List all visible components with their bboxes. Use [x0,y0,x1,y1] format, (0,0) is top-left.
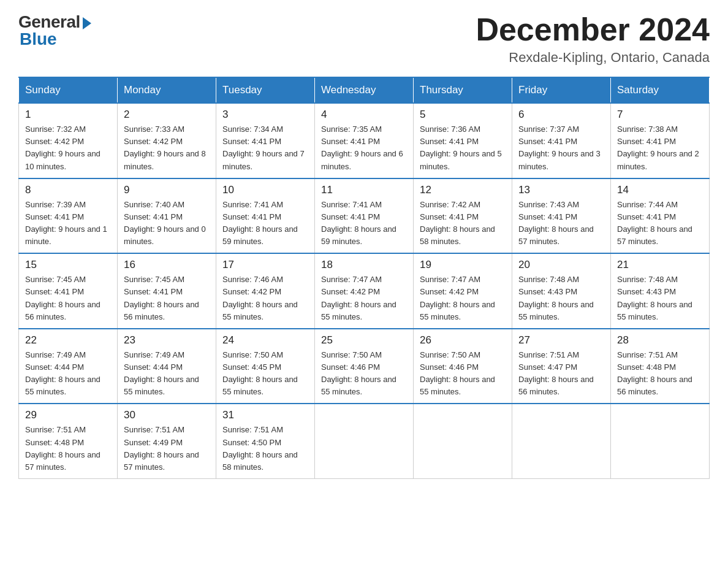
day-info: Sunrise: 7:47 AMSunset: 4:42 PMDaylight:… [321,275,396,321]
table-row: 8 Sunrise: 7:39 AMSunset: 4:41 PMDayligh… [19,178,118,254]
day-number: 28 [617,334,703,347]
day-info: Sunrise: 7:51 AMSunset: 4:49 PMDaylight:… [124,425,199,471]
day-info: Sunrise: 7:40 AMSunset: 4:41 PMDaylight:… [124,200,206,246]
table-row: 17 Sunrise: 7:46 AMSunset: 4:42 PMDaylig… [216,253,315,329]
header-tuesday: Tuesday [216,77,315,103]
table-row: 1 Sunrise: 7:32 AMSunset: 4:42 PMDayligh… [19,103,118,178]
day-number: 26 [420,334,506,347]
day-number: 17 [222,259,308,271]
calendar-header-row: Sunday Monday Tuesday Wednesday Thursday… [19,77,710,103]
title-section: December 2024 Rexdale-Kipling, Ontario, … [476,12,710,66]
day-info: Sunrise: 7:47 AMSunset: 4:42 PMDaylight:… [420,275,495,321]
day-info: Sunrise: 7:44 AMSunset: 4:41 PMDaylight:… [617,200,692,246]
table-row: 13 Sunrise: 7:43 AMSunset: 4:41 PMDaylig… [512,178,611,254]
day-info: Sunrise: 7:51 AMSunset: 4:47 PMDaylight:… [518,350,594,396]
day-info: Sunrise: 7:41 AMSunset: 4:41 PMDaylight:… [321,200,396,246]
table-row [315,404,414,478]
day-number: 19 [420,259,506,271]
table-row: 22 Sunrise: 7:49 AMSunset: 4:44 PMDaylig… [19,329,118,404]
calendar-week-row: 22 Sunrise: 7:49 AMSunset: 4:44 PMDaylig… [19,329,710,404]
day-info: Sunrise: 7:49 AMSunset: 4:44 PMDaylight:… [25,350,100,396]
day-info: Sunrise: 7:50 AMSunset: 4:45 PMDaylight:… [222,350,298,396]
day-number: 21 [617,259,703,271]
day-info: Sunrise: 7:36 AMSunset: 4:41 PMDaylight:… [420,124,502,170]
day-info: Sunrise: 7:33 AMSunset: 4:42 PMDaylight:… [124,124,206,170]
day-number: 10 [222,184,308,196]
day-info: Sunrise: 7:39 AMSunset: 4:41 PMDaylight:… [25,200,107,246]
day-info: Sunrise: 7:46 AMSunset: 4:42 PMDaylight:… [222,275,298,321]
day-number: 13 [518,184,604,196]
table-row: 29 Sunrise: 7:51 AMSunset: 4:48 PMDaylig… [19,404,118,478]
day-number: 22 [25,334,111,347]
day-info: Sunrise: 7:35 AMSunset: 4:41 PMDaylight:… [321,124,403,170]
day-info: Sunrise: 7:41 AMSunset: 4:41 PMDaylight:… [222,200,298,246]
table-row: 28 Sunrise: 7:51 AMSunset: 4:48 PMDaylig… [611,329,710,404]
day-number: 16 [124,259,210,271]
day-number: 30 [124,409,210,421]
header-monday: Monday [118,77,216,103]
calendar-week-row: 15 Sunrise: 7:45 AMSunset: 4:41 PMDaylig… [19,253,710,329]
day-number: 11 [321,184,407,196]
table-row [414,404,512,478]
table-row: 12 Sunrise: 7:42 AMSunset: 4:41 PMDaylig… [414,178,512,254]
day-number: 23 [124,334,210,347]
day-info: Sunrise: 7:45 AMSunset: 4:41 PMDaylight:… [124,275,199,321]
day-info: Sunrise: 7:34 AMSunset: 4:41 PMDaylight:… [222,124,305,170]
day-number: 25 [321,334,407,347]
table-row: 9 Sunrise: 7:40 AMSunset: 4:41 PMDayligh… [118,178,216,254]
day-number: 7 [617,109,703,121]
day-info: Sunrise: 7:51 AMSunset: 4:50 PMDaylight:… [222,425,298,471]
table-row: 25 Sunrise: 7:50 AMSunset: 4:46 PMDaylig… [315,329,414,404]
location-subtitle: Rexdale-Kipling, Ontario, Canada [476,50,710,66]
table-row: 5 Sunrise: 7:36 AMSunset: 4:41 PMDayligh… [414,103,512,178]
table-row [611,404,710,478]
header-sunday: Sunday [19,77,118,103]
table-row: 4 Sunrise: 7:35 AMSunset: 4:41 PMDayligh… [315,103,414,178]
table-row: 24 Sunrise: 7:50 AMSunset: 4:45 PMDaylig… [216,329,315,404]
header-wednesday: Wednesday [315,77,414,103]
day-info: Sunrise: 7:51 AMSunset: 4:48 PMDaylight:… [617,350,692,396]
table-row: 3 Sunrise: 7:34 AMSunset: 4:41 PMDayligh… [216,103,315,178]
day-number: 15 [25,259,111,271]
day-info: Sunrise: 7:48 AMSunset: 4:43 PMDaylight:… [617,275,692,321]
table-row: 10 Sunrise: 7:41 AMSunset: 4:41 PMDaylig… [216,178,315,254]
header-saturday: Saturday [611,77,710,103]
day-number: 9 [124,184,210,196]
day-info: Sunrise: 7:37 AMSunset: 4:41 PMDaylight:… [518,124,601,170]
day-info: Sunrise: 7:49 AMSunset: 4:44 PMDaylight:… [124,350,199,396]
day-info: Sunrise: 7:51 AMSunset: 4:48 PMDaylight:… [25,425,100,471]
table-row: 15 Sunrise: 7:45 AMSunset: 4:41 PMDaylig… [19,253,118,329]
table-row: 11 Sunrise: 7:41 AMSunset: 4:41 PMDaylig… [315,178,414,254]
day-number: 27 [518,334,604,347]
day-info: Sunrise: 7:48 AMSunset: 4:43 PMDaylight:… [518,275,594,321]
table-row [512,404,611,478]
table-row: 14 Sunrise: 7:44 AMSunset: 4:41 PMDaylig… [611,178,710,254]
day-number: 18 [321,259,407,271]
table-row: 20 Sunrise: 7:48 AMSunset: 4:43 PMDaylig… [512,253,611,329]
day-number: 4 [321,109,407,121]
day-number: 14 [617,184,703,196]
day-number: 6 [518,109,604,121]
header-friday: Friday [512,77,611,103]
month-title: December 2024 [476,12,710,47]
day-info: Sunrise: 7:50 AMSunset: 4:46 PMDaylight:… [321,350,396,396]
day-number: 8 [25,184,111,196]
day-info: Sunrise: 7:50 AMSunset: 4:46 PMDaylight:… [420,350,495,396]
page-header: General Blue December 2024 Rexdale-Kipli… [18,12,710,66]
day-info: Sunrise: 7:45 AMSunset: 4:41 PMDaylight:… [25,275,100,321]
day-number: 24 [222,334,308,347]
logo-blue-text: Blue [20,29,57,49]
day-number: 5 [420,109,506,121]
table-row: 18 Sunrise: 7:47 AMSunset: 4:42 PMDaylig… [315,253,414,329]
table-row: 7 Sunrise: 7:38 AMSunset: 4:41 PMDayligh… [611,103,710,178]
table-row: 16 Sunrise: 7:45 AMSunset: 4:41 PMDaylig… [118,253,216,329]
table-row: 27 Sunrise: 7:51 AMSunset: 4:47 PMDaylig… [512,329,611,404]
table-row: 2 Sunrise: 7:33 AMSunset: 4:42 PMDayligh… [118,103,216,178]
calendar-week-row: 8 Sunrise: 7:39 AMSunset: 4:41 PMDayligh… [19,178,710,254]
day-number: 2 [124,109,210,121]
table-row: 26 Sunrise: 7:50 AMSunset: 4:46 PMDaylig… [414,329,512,404]
table-row: 21 Sunrise: 7:48 AMSunset: 4:43 PMDaylig… [611,253,710,329]
day-info: Sunrise: 7:38 AMSunset: 4:41 PMDaylight:… [617,124,699,170]
header-thursday: Thursday [414,77,512,103]
calendar-week-row: 1 Sunrise: 7:32 AMSunset: 4:42 PMDayligh… [19,103,710,178]
